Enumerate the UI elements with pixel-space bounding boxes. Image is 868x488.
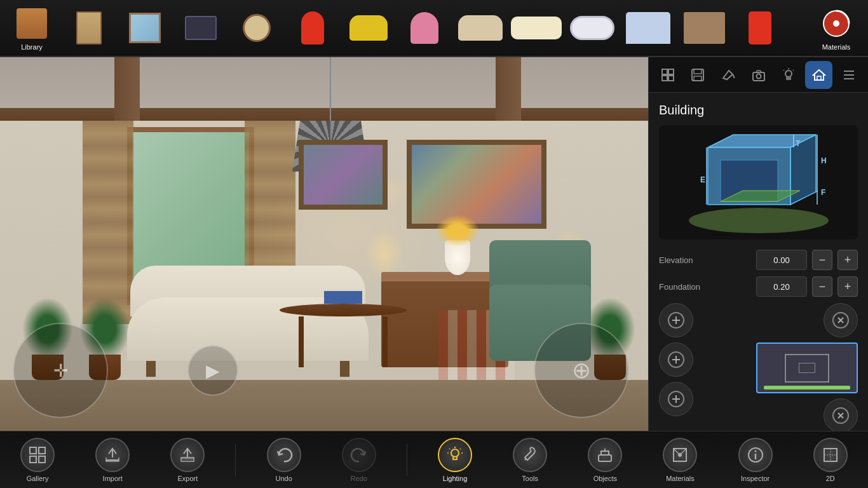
nav-joystick-left[interactable]: ✛: [13, 323, 108, 418]
gallery-label: Gallery: [27, 475, 49, 482]
curtain-left: [83, 121, 133, 324]
furniture-door[interactable]: [64, 3, 114, 53]
materials-button[interactable]: Materials: [811, 3, 862, 54]
2d-button[interactable]: 2D: [803, 433, 858, 487]
tab-list[interactable]: [835, 61, 863, 89]
add-floor-above-button[interactable]: [659, 303, 693, 337]
svg-rect-48: [30, 456, 36, 463]
panel-tabs: [649, 57, 868, 93]
tab-save[interactable]: [684, 61, 712, 89]
floor-plan-ground: [764, 386, 850, 390]
import-icon: [95, 438, 130, 472]
svg-line-59: [525, 459, 526, 460]
redo-button[interactable]: Redo: [332, 433, 386, 487]
inspector-label: Inspector: [741, 475, 770, 482]
furniture-sofa-beige[interactable]: [455, 3, 506, 53]
furniture-bathtub[interactable]: [567, 3, 618, 53]
nav-arrow-icon: ✛: [53, 360, 68, 381]
svg-rect-4: [662, 76, 667, 81]
svg-marker-24: [790, 135, 816, 205]
objects-icon: [588, 438, 622, 472]
furniture-dresser[interactable]: [679, 3, 729, 53]
svg-text:F: F: [821, 188, 825, 197]
svg-rect-47: [39, 447, 45, 454]
svg-line-55: [449, 449, 450, 449]
furniture-chair-red[interactable]: [287, 3, 338, 53]
import-label: Import: [103, 475, 123, 482]
svg-point-21: [689, 208, 829, 233]
furniture-sofa-cream[interactable]: [511, 3, 562, 53]
objects-button[interactable]: Objects: [578, 433, 632, 487]
furniture-clock[interactable]: [231, 3, 282, 53]
lighting-button[interactable]: Lighting: [428, 433, 482, 487]
import-button[interactable]: Import: [85, 433, 140, 487]
flowers: [435, 215, 480, 247]
svg-point-65: [754, 450, 756, 452]
left-action-column: [659, 303, 749, 416]
inspector-button[interactable]: Inspector: [728, 433, 783, 487]
story-settings-button[interactable]: [824, 303, 858, 337]
library-button[interactable]: Library: [6, 3, 57, 54]
svg-point-1: [833, 20, 839, 27]
svg-rect-3: [668, 69, 674, 74]
tab-camera[interactable]: [745, 61, 773, 89]
foundation-row: Foundation 0.20 − +: [659, 276, 858, 297]
library-label: Library: [21, 43, 43, 51]
foundation-increase-button[interactable]: +: [837, 276, 858, 297]
table-leg-1: [299, 316, 304, 367]
furniture-bed[interactable]: [623, 3, 674, 53]
materials-btn[interactable]: Materials: [653, 433, 707, 487]
add-floor-copy-button[interactable]: [659, 382, 693, 416]
elevation-value: 0.00: [756, 250, 807, 270]
objects-label: Objects: [593, 475, 617, 482]
inspector-icon: [738, 438, 773, 472]
building-diagram-svg: T H E F: [676, 128, 841, 236]
export-label: Export: [177, 475, 198, 482]
svg-rect-2: [662, 69, 667, 74]
tools-button[interactable]: Tools: [503, 433, 557, 487]
sconce-left: [375, 235, 394, 273]
svg-rect-8: [694, 76, 702, 81]
foundation-label: Foundation: [659, 282, 751, 292]
export-button[interactable]: Export: [160, 433, 215, 487]
story-duplicate-button[interactable]: [824, 398, 858, 433]
materials-icon: [818, 6, 854, 41]
svg-point-62: [678, 453, 682, 457]
svg-rect-5: [668, 76, 674, 81]
2d-label: 2D: [826, 475, 835, 482]
story-preview: [756, 342, 858, 393]
svg-point-11: [756, 74, 761, 78]
lighting-icon: [438, 438, 472, 472]
viewport: ✛ ▶ ⊕: [0, 57, 648, 431]
furniture-chair-pink[interactable]: [399, 3, 450, 53]
sofa-leg-left: [146, 361, 156, 377]
elevation-increase-button[interactable]: +: [837, 250, 858, 270]
divider-2: [407, 444, 407, 476]
furniture-chair-red2[interactable]: [735, 3, 785, 53]
svg-line-56: [460, 449, 461, 449]
add-floor-below-button[interactable]: [659, 342, 693, 377]
tab-objects[interactable]: [654, 61, 682, 89]
elevation-decrease-button[interactable]: −: [812, 250, 832, 270]
furniture-window[interactable]: [119, 3, 170, 53]
tab-paint[interactable]: [714, 61, 742, 89]
tools-label: Tools: [522, 475, 538, 482]
orbit-control[interactable]: ⊕: [534, 323, 629, 418]
tab-light[interactable]: [775, 61, 803, 89]
gallery-button[interactable]: Gallery: [10, 433, 65, 487]
floor-plan-room: [799, 363, 815, 373]
tab-home[interactable]: [805, 61, 833, 89]
furniture-armchair-yellow[interactable]: [343, 3, 394, 53]
story-preview-column: [756, 303, 858, 433]
svg-rect-51: [181, 458, 194, 461]
undo-button[interactable]: Undo: [257, 433, 311, 487]
gallery-icon: [20, 438, 55, 472]
furniture-laptop[interactable]: [175, 3, 226, 53]
foundation-decrease-button[interactable]: −: [812, 276, 832, 297]
svg-line-14: [783, 70, 784, 71]
redo-icon: [342, 438, 376, 472]
room-scene[interactable]: ✛ ▶ ⊕: [0, 57, 648, 431]
building-title: Building: [659, 103, 858, 118]
furniture-scroll: [57, 3, 811, 53]
nav-arrow-right[interactable]: ▶: [187, 345, 238, 396]
